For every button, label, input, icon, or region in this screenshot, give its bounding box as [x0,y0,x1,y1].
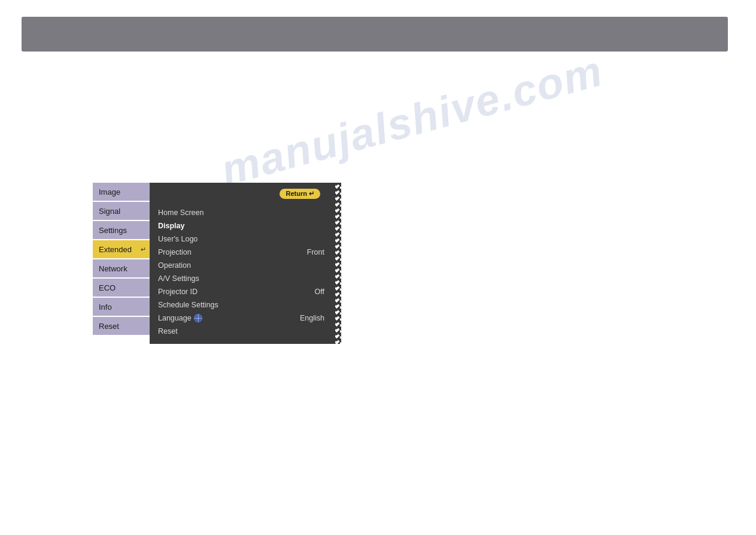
extended-panel: Return ↵ Home Screen Display User's Logo… [150,183,335,344]
menu-item-label: Reset [158,327,178,335]
menu-item-label: Schedule Settings [158,301,218,309]
sidebar-item-label: Extended [99,245,132,254]
menu-row-av-settings[interactable]: A/V Settings [158,272,329,285]
sidebar-item-settings[interactable]: Settings [93,221,150,239]
watermark: manujalshive.com [216,46,608,195]
sidebar-item-image[interactable]: Image [93,183,150,201]
sidebar-item-label: Info [99,303,112,312]
return-label: Return [286,190,306,197]
menu-items-list: Home Screen Display User's Logo Projecti… [150,206,335,338]
menu-row-users-logo[interactable]: User's Logo [158,232,329,246]
sidebar-item-label: Signal [99,207,120,216]
sidebar-item-label: Reset [99,322,119,331]
menu-row-operation[interactable]: Operation [158,259,329,272]
menu-row-language[interactable]: Language English [158,312,329,325]
menu-row-schedule-settings[interactable]: Schedule Settings [158,298,329,312]
sidebar-item-label: Network [99,264,127,273]
menu-row-display[interactable]: Display [158,219,329,232]
menu-row-reset[interactable]: Reset [158,325,329,338]
menu-item-label: Projector ID [158,288,198,296]
sidebar-item-eco[interactable]: ECO [93,279,150,297]
menu-item-label: Operation [158,261,191,270]
menu-row-projector-id[interactable]: Projector ID Off [158,285,329,298]
menu-item-value: English [300,314,324,322]
return-enter-symbol: ↵ [309,190,314,197]
sidebar-item-reset[interactable]: Reset [93,317,150,335]
top-bar [22,17,728,52]
panel-serrated-edge [334,183,341,344]
globe-icon [194,314,202,322]
enter-icon: ↵ [141,246,146,253]
sidebar-item-label: ECO [99,283,116,292]
sidebar-item-extended[interactable]: Extended ↵ [93,240,150,258]
menu-item-label: User's Logo [158,235,198,243]
sidebar: Image Signal Settings Extended ↵ Network… [93,183,150,344]
menu-item-label: Display [158,222,184,230]
return-row: Return ↵ [150,188,335,202]
menu-item-label: Projection [158,248,192,256]
sidebar-item-label: Image [99,188,120,197]
sidebar-item-label: Settings [99,226,127,235]
menu-item-label: Home Screen [158,208,204,217]
menu-container: Image Signal Settings Extended ↵ Network… [93,183,335,344]
menu-item-value: Off [315,288,324,296]
sidebar-item-network[interactable]: Network [93,259,150,277]
menu-row-home-screen[interactable]: Home Screen [158,206,329,219]
menu-item-label: A/V Settings [158,274,199,283]
menu-row-projection[interactable]: Projection Front [158,246,329,259]
sidebar-item-info[interactable]: Info [93,298,150,316]
sidebar-item-signal[interactable]: Signal [93,202,150,220]
menu-item-label-language: Language [158,314,202,322]
return-button[interactable]: Return ↵ [280,189,320,199]
menu-item-value: Front [307,248,324,256]
